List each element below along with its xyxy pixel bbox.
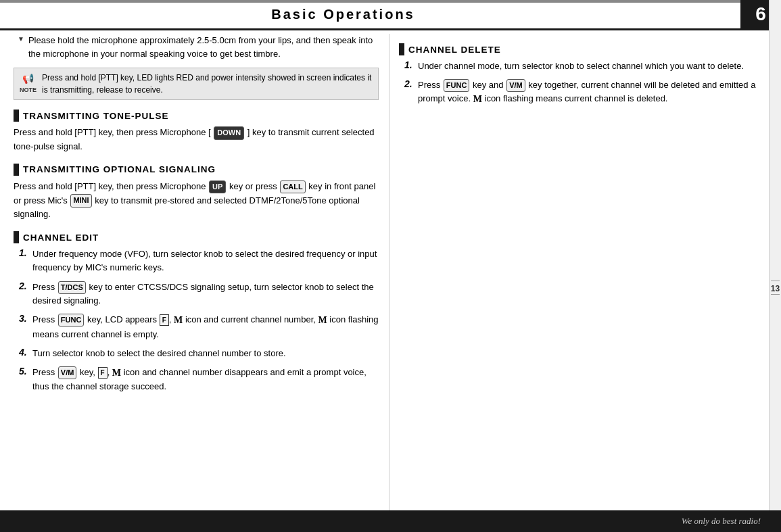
vm-key-badge-del: V/M: [506, 79, 525, 92]
channel-edit-item-3: 3. Press FUNC key, LCD appears F, M icon…: [19, 313, 379, 341]
section-title-optional-signaling: TRANSMITTING OPTIONAL SIGNALING: [23, 164, 216, 174]
tdcs-key-badge: T/DCS: [58, 281, 86, 294]
del-item-text-2: Press FUNC key and V/M key together, cur…: [418, 78, 764, 107]
section-title-tone-pulse: TRANSMITTING TONE-PULSE: [23, 111, 169, 121]
channel-edit-list: 1. Under frequency mode (VFO), turn sele…: [14, 247, 379, 393]
note-icon-area: 📢 NOTE: [20, 72, 37, 95]
bullet-icon: ▼: [18, 35, 24, 43]
vm-key-badge-5: V/M: [58, 366, 77, 379]
channel-edit-item-5: 5. Press V/M key, F, M icon and channel …: [19, 366, 379, 394]
f-icon-5: F: [98, 367, 108, 379]
section-transmitting-tone-pulse-heading: TRANSMITTING TONE-PULSE: [14, 110, 379, 122]
note-text: Press and hold [PTT] key, LED lights RED…: [42, 72, 373, 96]
header-top-decorative-line: [0, 0, 740, 3]
note-box: 📢 NOTE Press and hold [PTT] key, LED lig…: [14, 68, 379, 100]
sidebar-line-top: [771, 281, 780, 281]
del-item-num-1: 1.: [404, 59, 415, 70]
func-key-badge-del: FUNC: [444, 79, 470, 92]
channel-delete-item-1: 1. Under channel mode, turn selector kno…: [404, 59, 764, 73]
page-title: Basic Operations: [271, 7, 415, 22]
section-bar-icon3: [14, 231, 19, 243]
item-num-2: 2.: [19, 281, 30, 291]
sidebar-line-bottom: [771, 294, 780, 295]
section-optional-signaling-body: Press and hold [PTT] key, then press Mic…: [14, 180, 379, 222]
down-key-badge: DOWN: [214, 126, 244, 140]
m-icon-3b: M: [318, 313, 327, 328]
item-text-5: Press V/M key, F, M icon and channel num…: [32, 366, 379, 394]
channel-edit-item-4: 4. Turn selector knob to select the desi…: [19, 347, 379, 360]
note-label: NOTE: [20, 86, 37, 95]
section-bar-icon2: [14, 164, 19, 176]
up-key-badge: UP: [209, 180, 226, 194]
f-icon-3a: F: [160, 314, 169, 327]
section-title-channel-delete: CHANNEL DELETE: [408, 45, 501, 55]
intro-bullet: ▼ Please hold the microphone approximate…: [14, 34, 379, 61]
section-channel-delete-heading: CHANNEL DELETE: [399, 43, 764, 55]
item-text-3: Press FUNC key, LCD appears F, M icon an…: [32, 313, 379, 341]
channel-edit-item-1: 1. Under frequency mode (VFO), turn sele…: [19, 247, 379, 274]
func-key-badge-3: FUNC: [58, 314, 85, 327]
left-column: ▼ Please hold the microphone approximate…: [14, 34, 379, 400]
section-tone-pulse-body: Press and hold [PTT] key, then press Mic…: [14, 126, 379, 154]
right-sidebar: 13: [769, 0, 781, 532]
item-num-4: 4.: [19, 347, 30, 358]
del-item-text-1: Under channel mode, turn selector knob t…: [418, 59, 744, 73]
intro-text: Please hold the microphone approximately…: [28, 34, 379, 61]
right-column: CHANNEL DELETE 1. Under channel mode, tu…: [399, 34, 764, 112]
page-header: Basic Operations 6: [0, 0, 781, 28]
page-footer: We only do best radio!: [0, 510, 781, 532]
page-number-badge: 6: [755, 3, 766, 25]
del-item-num-2: 2.: [404, 78, 415, 89]
tone-pulse-text1: Press and hold [PTT] key, then press Mic…: [14, 127, 213, 137]
section-optional-signaling-heading: TRANSMITTING OPTIONAL SIGNALING: [14, 164, 379, 176]
opt-sig-text2: key or press: [227, 181, 279, 191]
header-title-area: Basic Operations: [0, 0, 740, 28]
m-icon-del: M: [473, 92, 482, 107]
section-title-channel-edit: CHANNEL EDIT: [23, 233, 99, 243]
channel-edit-item-2: 2. Press T/DCS key to enter CTCSS/DCS si…: [19, 281, 379, 308]
mini-key-badge: MINI: [70, 194, 91, 208]
channel-delete-item-2: 2. Press FUNC key and V/M key together, …: [404, 78, 764, 107]
item-text-2: Press T/DCS key to enter CTCSS/DCS signa…: [32, 281, 379, 308]
m-icon-3a: M: [174, 313, 183, 328]
section-bar-icon4: [399, 43, 404, 55]
item-num-3: 3.: [19, 313, 30, 324]
m-icon-5: M: [112, 366, 121, 381]
item-text-4: Turn selector knob to select the desired…: [32, 347, 286, 360]
section-bar-icon: [14, 110, 19, 122]
section-channel-edit-heading: CHANNEL EDIT: [14, 231, 379, 243]
call-key-badge: CALL: [280, 180, 305, 194]
channel-delete-list: 1. Under channel mode, turn selector kno…: [399, 59, 764, 107]
note-speaker-icon: 📢: [22, 72, 34, 86]
item-num-1: 1.: [19, 247, 30, 258]
item-text-1: Under frequency mode (VFO), turn selecto…: [32, 247, 379, 274]
footer-tagline: We only do best radio!: [682, 516, 761, 527]
sidebar-page-number: 13: [771, 284, 780, 293]
opt-sig-text1: Press and hold [PTT] key, then press Mic…: [14, 181, 208, 191]
column-divider: [389, 34, 389, 514]
header-bottom-line: [0, 28, 781, 30]
item-num-5: 5.: [19, 366, 30, 377]
